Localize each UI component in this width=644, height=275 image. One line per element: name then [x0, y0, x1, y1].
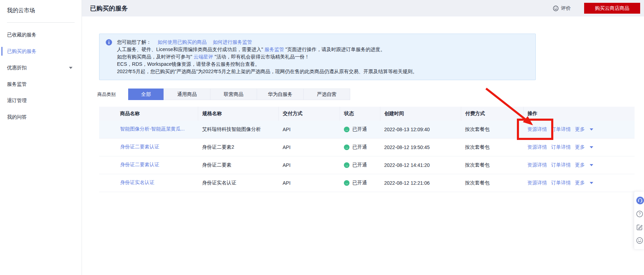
sidebar-item-label: 我的问答 [7, 109, 27, 125]
created-time: 2022-08-12 19:50:45 [380, 139, 461, 156]
delivery-method: API [278, 121, 340, 139]
category-tabs: 全部 通用商品 联营商品 华为自服务 严选自营 [128, 89, 350, 100]
order-details-link[interactable]: 订单详情 [551, 180, 571, 185]
notice-intro: 您可能想了解： [117, 39, 151, 45]
link-how-to-use-purchased-products[interactable]: 如何使用已购买的商品 [158, 39, 207, 45]
tab-all[interactable]: 全部 [128, 89, 164, 100]
tab-huawei-self-service[interactable]: 华为自服务 [257, 89, 304, 100]
spec-name: 身份证二要素2 [198, 139, 278, 156]
payment-method: 按次套餐包 [461, 156, 523, 174]
svg-text:?: ? [638, 212, 640, 216]
tab-joint-products[interactable]: 联营商品 [210, 89, 257, 100]
sidebar-item-purchased-services[interactable]: 已购买的服务 [0, 43, 82, 59]
table-row: 身份证实名认证 身份证实名认证 API →已开通 2022-08-12 12:2… [99, 174, 635, 192]
product-name-link[interactable]: 身份证二要素认证 [120, 144, 159, 150]
status-enabled-icon: → [344, 162, 349, 168]
notice-text: "活动，即有机会获得云市场精美礼品一份！ [213, 54, 310, 59]
status-badge: 已开通 [352, 144, 367, 150]
product-name-link[interactable]: 身份证二要素认证 [120, 162, 159, 168]
order-details-link[interactable]: 订单详情 [551, 126, 571, 132]
link-cloud-star-review[interactable]: 云端星评 [194, 54, 213, 59]
resource-details-link[interactable]: 资源详情 [527, 126, 547, 132]
floating-toolbar: ? [634, 192, 644, 249]
order-details-link[interactable]: 订单详情 [551, 144, 571, 150]
resource-details-link[interactable]: 资源详情 [527, 144, 547, 150]
delivery-method: API [278, 156, 340, 174]
more-link[interactable]: 更多 [575, 162, 585, 168]
tab-general-products[interactable]: 通用商品 [164, 89, 210, 100]
status-badge: 已开通 [352, 162, 367, 168]
feedback-edit-icon[interactable] [636, 224, 643, 231]
sidebar-item-label: 已收藏的服务 [7, 27, 36, 43]
notice-line-1: 您可能想了解： 如何使用已购买的商品 如何进行服务监管 [117, 38, 527, 46]
sidebar-title: 我的云市场 [0, 0, 82, 16]
sidebar-item-service-supervision[interactable]: 服务监管 [0, 76, 82, 92]
notice-text: "页面进行操作，请及时跟进订单服务的进度。 [284, 47, 385, 52]
payment-method: 按次套餐包 [461, 174, 523, 192]
spec-name: 艾科瑞特科技智能图像分析 [198, 121, 278, 139]
delivery-method: API [278, 139, 340, 156]
col-actions: 操作 [523, 107, 635, 121]
notice-line-2: 人工服务、硬件、License和应用编排类商品支付成功后，需要进入" 服务监管 … [117, 46, 527, 53]
col-delivery-method: 交付方式 [278, 107, 340, 121]
chevron-down-icon [590, 164, 593, 166]
page: 我的云市场 已收藏的服务 已购买的服务 优惠折扣 服务监管 退订管理 我的问答 … [0, 0, 644, 275]
col-product-name: 商品名称 [99, 107, 198, 121]
resource-details-link[interactable]: 资源详情 [527, 162, 547, 168]
tab-strict-selection[interactable]: 严选自营 [303, 89, 350, 100]
more-link[interactable]: 更多 [575, 180, 585, 185]
col-created-time: 创建时间 [380, 107, 461, 121]
purchased-services-table: 商品名称 规格名称 交付方式 状态 创建时间 付费方式 操作 智能图像分析-智能… [99, 107, 635, 192]
more-link[interactable]: 更多 [575, 126, 585, 132]
info-icon [106, 39, 112, 45]
content-panel: 您可能想了解： 如何使用已购买的商品 如何进行服务监管 人工服务、硬件、Lice… [82, 16, 644, 275]
notice-text: 如您有购买商品，及时评价可参与" [117, 54, 194, 59]
product-name-link[interactable]: 智能图像分析-智能蔬菜黄瓜... [120, 126, 185, 132]
chevron-down-icon [590, 128, 593, 131]
main-area: 已购买的服务 评价 购买云商店商品 [82, 0, 644, 275]
category-filter-label: 商品类别 [97, 91, 116, 98]
payment-method: 按次套餐包 [461, 121, 523, 139]
sidebar-item-unsubscribe-management[interactable]: 退订管理 [0, 92, 82, 109]
notice-line-4: ECS，RDS，Workspace镜像资源，请登录各云服务控制台查看。 [117, 61, 527, 68]
category-filter: 商品类别 全部 通用商品 联营商品 华为自服务 严选自营 [97, 89, 350, 100]
page-title: 已购买的服务 [90, 4, 128, 13]
notice-text: 人工服务、硬件、License和应用编排类商品支付成功后，需要进入" [117, 47, 264, 52]
status-enabled-icon: → [344, 180, 349, 186]
review-label: 评价 [561, 5, 571, 12]
review-button[interactable]: 评价 [553, 5, 571, 12]
sidebar-item-discounts[interactable]: 优惠折扣 [0, 59, 82, 76]
link-how-to-service-supervision[interactable]: 如何进行服务监管 [213, 39, 252, 45]
sidebar-item-my-qa[interactable]: 我的问答 [0, 109, 82, 125]
created-time: 2022-08-12 14:41:20 [380, 156, 461, 174]
status-enabled-icon: → [344, 127, 349, 132]
sidebar-item-label: 服务监管 [7, 76, 27, 92]
more-link[interactable]: 更多 [575, 144, 585, 150]
sidebar-item-favorited-services[interactable]: 已收藏的服务 [0, 27, 82, 43]
spec-name: 身份证实名认证 [198, 174, 278, 192]
sidebar-item-label: 已购买的服务 [7, 43, 36, 59]
link-service-supervision[interactable]: 服务监管 [264, 47, 284, 52]
product-name-link[interactable]: 身份证实名认证 [120, 179, 154, 186]
col-spec-name: 规格名称 [198, 107, 278, 121]
buy-cloud-store-product-button[interactable]: 购买云商店商品 [584, 3, 640, 14]
status-badge: 已开通 [352, 126, 367, 133]
headset-support-icon[interactable] [636, 197, 644, 204]
created-time: 2022-08-12 12:21:06 [380, 174, 461, 192]
notice-line-3: 如您有购买商品，及时评价可参与" 云端星评 "活动，即有机会获得云市场精美礼品一… [117, 53, 527, 61]
table-row: 身份证二要素认证 身份证二要素 API →已开通 2022-08-12 14:4… [99, 156, 635, 174]
table-header-row: 商品名称 规格名称 交付方式 状态 创建时间 付费方式 操作 [99, 107, 635, 121]
sidebar-item-label: 退订管理 [7, 92, 27, 109]
chevron-down-icon [69, 67, 72, 69]
smiley-review-icon[interactable] [636, 237, 643, 244]
col-payment-method: 付费方式 [461, 107, 523, 121]
status-badge: 已开通 [352, 180, 367, 186]
sidebar-item-label: 优惠折扣 [7, 59, 27, 76]
status-enabled-icon: → [344, 144, 349, 150]
help-question-icon[interactable]: ? [636, 211, 643, 217]
created-time: 2022-08-13 12:09:40 [380, 121, 461, 139]
order-details-link[interactable]: 订单详情 [551, 162, 571, 168]
spec-name: 身份证二要素 [198, 156, 278, 174]
resource-details-link[interactable]: 资源详情 [527, 180, 547, 185]
delivery-method: API [278, 174, 340, 192]
